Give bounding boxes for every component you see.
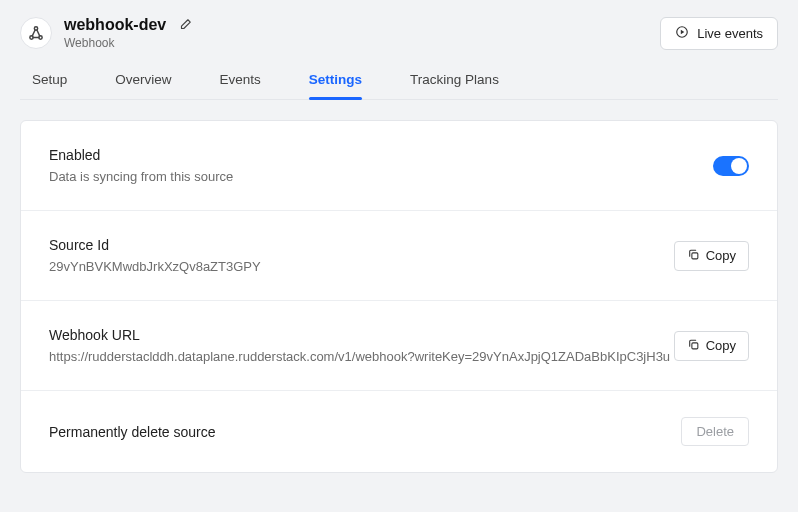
toggle-handle bbox=[731, 158, 747, 174]
webhook-url-value: https://rudderstaclddh.dataplane.rudders… bbox=[49, 349, 674, 364]
title-block: webhook-dev Webhook bbox=[64, 16, 194, 50]
page-header: webhook-dev Webhook bbox=[20, 16, 778, 62]
settings-card: Enabled Data is syncing from this source… bbox=[20, 120, 778, 473]
section-delete: Permanently delete source Delete bbox=[21, 391, 777, 472]
edit-title-button[interactable] bbox=[176, 16, 194, 34]
svg-rect-5 bbox=[692, 252, 698, 258]
tab-tracking-plans[interactable]: Tracking Plans bbox=[410, 62, 499, 99]
copy-icon bbox=[687, 338, 700, 354]
header-left: webhook-dev Webhook bbox=[20, 16, 194, 50]
play-circle-icon bbox=[675, 25, 689, 42]
copy-webhook-url-button[interactable]: Copy bbox=[674, 331, 749, 361]
live-events-label: Live events bbox=[697, 26, 763, 41]
page-title: webhook-dev bbox=[64, 16, 166, 34]
pencil-icon bbox=[178, 18, 192, 32]
tab-settings[interactable]: Settings bbox=[309, 62, 362, 99]
svg-marker-4 bbox=[681, 29, 685, 34]
enabled-title: Enabled bbox=[49, 147, 713, 163]
enabled-toggle[interactable] bbox=[713, 156, 749, 176]
tab-overview[interactable]: Overview bbox=[115, 62, 171, 99]
copy-source-id-button[interactable]: Copy bbox=[674, 241, 749, 271]
webhook-url-title: Webhook URL bbox=[49, 327, 674, 343]
section-webhook-url: Webhook URL https://rudderstaclddh.datap… bbox=[21, 301, 777, 391]
tabs: Setup Overview Events Settings Tracking … bbox=[20, 62, 778, 100]
copy-webhook-url-label: Copy bbox=[706, 338, 736, 353]
source-id-title: Source Id bbox=[49, 237, 674, 253]
section-enabled: Enabled Data is syncing from this source bbox=[21, 121, 777, 211]
svg-rect-6 bbox=[692, 342, 698, 348]
delete-source-button[interactable]: Delete bbox=[681, 417, 749, 446]
copy-icon bbox=[687, 248, 700, 264]
page-subtitle: Webhook bbox=[64, 36, 194, 50]
live-events-button[interactable]: Live events bbox=[660, 17, 778, 50]
section-source-id: Source Id 29vYnBVKMwdbJrkXzQv8aZT3GPY Co… bbox=[21, 211, 777, 301]
enabled-desc: Data is syncing from this source bbox=[49, 169, 713, 184]
copy-source-id-label: Copy bbox=[706, 248, 736, 263]
source-id-value: 29vYnBVKMwdbJrkXzQv8aZT3GPY bbox=[49, 259, 674, 274]
webhook-icon bbox=[20, 17, 52, 49]
delete-title: Permanently delete source bbox=[49, 424, 681, 440]
tab-setup[interactable]: Setup bbox=[32, 62, 67, 99]
tab-events[interactable]: Events bbox=[220, 62, 261, 99]
